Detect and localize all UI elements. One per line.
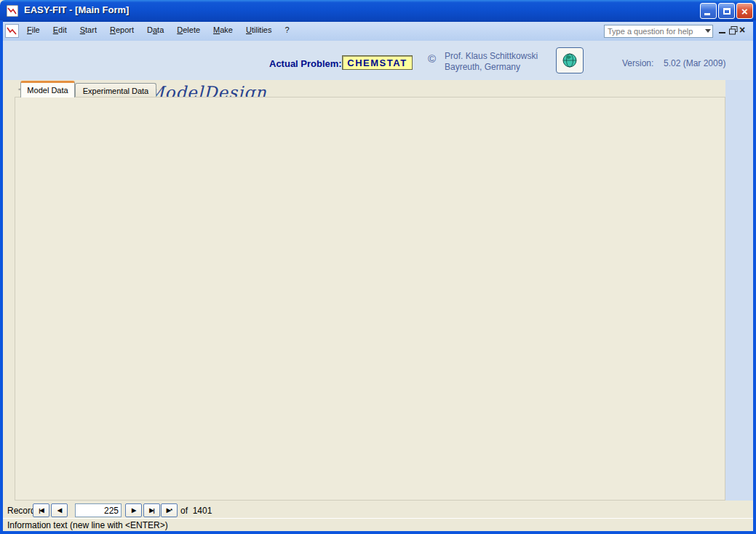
record-count: of 1401 (180, 506, 212, 516)
model-data-page (15, 97, 725, 501)
window-border-right (753, 20, 756, 534)
record-number-input[interactable]: 225 (75, 503, 122, 517)
menu-make[interactable]: Make (207, 23, 239, 37)
globe-button[interactable] (556, 47, 584, 73)
version-label: Version: (622, 58, 653, 68)
status-bar: Information text (new line with <ENTER>) (0, 518, 756, 532)
window-border-bottom (0, 531, 756, 534)
form-background-strip (725, 80, 753, 501)
status-text: Information text (new line with <ENTER>) (7, 520, 168, 530)
menu-file[interactable]: File (20, 23, 47, 37)
app-icon (7, 5, 18, 17)
window-border-left (0, 20, 3, 534)
actual-problem-value: CHEMSTAT (342, 55, 413, 70)
menu-data[interactable]: Data (140, 23, 170, 37)
minimize-icon[interactable] (700, 3, 717, 19)
author-name: Prof. Klaus Schittkowski (445, 51, 538, 61)
copyright-icon: © (428, 52, 436, 65)
mdi-restore-icon[interactable] (729, 26, 738, 35)
author-city: Bayreuth, Germany (445, 62, 520, 72)
tab-experimental-data[interactable]: Experimental Data (75, 83, 156, 97)
window-title: EASY-FIT - [Main Form] (24, 4, 129, 15)
menu-start[interactable]: Start (73, 23, 103, 37)
header-band: EASY-FIT ModelDesign Actual Problem: CHE… (0, 41, 756, 80)
help-search-input[interactable]: Type a question for help (604, 25, 713, 38)
menu-bar: File Edit Start Report Data Delete Make … (0, 22, 756, 41)
menu-delete[interactable]: Delete (170, 23, 207, 37)
menu-edit[interactable]: Edit (47, 23, 73, 37)
close-icon[interactable]: × (736, 3, 753, 19)
mdi-minimize-icon[interactable] (719, 32, 725, 33)
menu-help[interactable]: ? (278, 23, 295, 37)
tab-model-data[interactable]: Model Data (20, 81, 75, 97)
actual-problem-label: Actual Problem: (269, 58, 342, 69)
chevron-down-icon[interactable] (705, 29, 711, 33)
mdi-close-icon[interactable]: × (739, 24, 745, 36)
record-new-button[interactable]: ▶* (161, 503, 178, 517)
record-first-button[interactable]: |◀ (33, 503, 49, 517)
menu-report[interactable]: Report (103, 23, 140, 37)
record-next-button[interactable]: ▶ (125, 503, 142, 517)
app-window: EASY-FIT - [Main Form] × File Edit Start… (0, 0, 756, 534)
globe-icon (562, 52, 578, 68)
menu-items: File Edit Start Report Data Delete Make … (20, 23, 296, 37)
mdi-child-icon (5, 24, 19, 38)
maximize-icon[interactable] (718, 3, 735, 19)
title-bar: EASY-FIT - [Main Form] × (0, 0, 756, 22)
record-last-button[interactable]: ▶| (143, 503, 160, 517)
version-value: 5.02 (Mar 2009) (664, 58, 725, 68)
record-prev-button[interactable]: ◀ (51, 503, 68, 517)
menu-utilities[interactable]: Utilities (239, 23, 278, 37)
